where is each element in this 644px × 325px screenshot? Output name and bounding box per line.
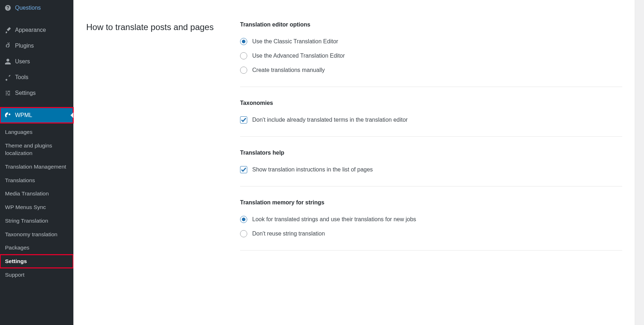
submenu-item-translation-management[interactable]: Translation Management [0, 160, 73, 174]
sidebar-item-wpml[interactable]: WPML [0, 107, 73, 123]
submenu-item-settings[interactable]: Settings [0, 254, 73, 268]
plug-icon [4, 42, 11, 49]
user-icon [4, 58, 11, 65]
section-title: Translators help [240, 150, 622, 156]
option-label: Create translations manually [252, 67, 325, 73]
section-taxonomies: Taxonomies Don't include already transla… [240, 100, 622, 137]
option-label: Look for translated strings and use thei… [252, 216, 416, 223]
sidebar-item-label: Questions [15, 5, 41, 11]
option-look-for-strings[interactable]: Look for translated strings and use thei… [240, 216, 622, 223]
submenu-item-string-translation[interactable]: String Translation [0, 214, 73, 228]
submenu-item-media-translation[interactable]: Media Translation [0, 187, 73, 200]
sidebar-item-label: Plugins [15, 43, 34, 49]
radio-icon[interactable] [240, 230, 247, 237]
option-classic-editor[interactable]: Use the Classic Translation Editor [240, 38, 622, 45]
submenu-item-support[interactable]: Support [0, 268, 73, 282]
wpml-icon [4, 112, 11, 119]
wrench-icon [4, 74, 11, 81]
submenu-item-packages[interactable]: Packages [0, 241, 73, 254]
section-translation-memory: Translation memory for strings Look for … [240, 199, 622, 251]
section-translators-help: Translators help Show translation instru… [240, 150, 622, 186]
sidebar-item-label: WPML [15, 112, 32, 118]
option-advanced-editor[interactable]: Use the Advanced Translation Editor [240, 52, 622, 59]
submenu-item-taxonomy-translation[interactable]: Taxonomy translation [0, 228, 73, 241]
section-title: Translation editor options [240, 21, 622, 28]
submenu-item-wp-menus-sync[interactable]: WP Menus Sync [0, 200, 73, 214]
sidebar-item-settings[interactable]: Settings [0, 85, 73, 101]
page-heading: How to translate posts and pages [86, 21, 240, 33]
brush-icon [4, 26, 11, 34]
submenu-item-translations[interactable]: Translations [0, 174, 73, 187]
radio-icon[interactable] [240, 52, 247, 59]
submenu-item-localization[interactable]: Theme and plugins localization [0, 139, 73, 160]
admin-sidebar: Questions Appearance Plugins Users Tools… [0, 0, 73, 325]
main-content: How to translate posts and pages Transla… [73, 0, 635, 325]
radio-icon[interactable] [240, 67, 247, 74]
sidebar-item-appearance[interactable]: Appearance [0, 22, 73, 38]
sidebar-item-label: Users [15, 58, 30, 65]
sidebar-item-questions[interactable]: Questions [0, 0, 73, 16]
sidebar-item-label: Settings [15, 90, 36, 96]
sidebar-item-users[interactable]: Users [0, 54, 73, 69]
section-title: Translation memory for strings [240, 199, 622, 206]
option-show-instructions[interactable]: Show translation instructions in the lis… [240, 166, 622, 173]
option-label: Don't include already translated terms i… [252, 117, 408, 123]
radio-icon[interactable] [240, 38, 247, 45]
checkbox-icon[interactable] [240, 166, 247, 173]
option-label: Show translation instructions in the lis… [252, 166, 373, 173]
radio-icon[interactable] [240, 216, 247, 223]
submenu-item-languages[interactable]: Languages [0, 125, 73, 139]
section-title: Taxonomies [240, 100, 622, 106]
sidebar-item-label: Tools [15, 74, 28, 81]
sliders-icon [4, 89, 11, 97]
option-label: Use the Advanced Translation Editor [252, 53, 345, 59]
option-label: Use the Classic Translation Editor [252, 38, 338, 45]
sidebar-item-tools[interactable]: Tools [0, 69, 73, 85]
checkbox-icon[interactable] [240, 116, 247, 123]
help-icon [4, 4, 11, 11]
sidebar-item-label: Appearance [15, 27, 46, 33]
section-translation-editor: Translation editor options Use the Class… [240, 21, 622, 87]
option-dont-reuse[interactable]: Don't reuse string translation [240, 230, 622, 237]
sidebar-item-plugins[interactable]: Plugins [0, 38, 73, 54]
option-label: Don't reuse string translation [252, 231, 325, 237]
option-manual[interactable]: Create translations manually [240, 67, 622, 74]
wpml-submenu: Languages Theme and plugins localization… [0, 123, 73, 281]
option-dont-include-translated[interactable]: Don't include already translated terms i… [240, 116, 622, 123]
